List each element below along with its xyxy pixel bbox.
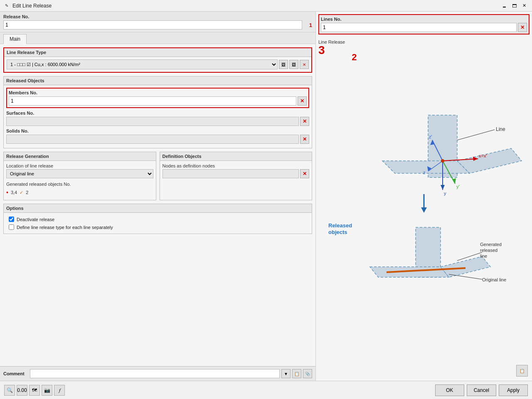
options-label: Options [4,204,312,213]
surfaces-no-group: Surfaces No. ✕ [6,111,309,126]
form-content: Line Release Type 1 - □□□ ☑ | Cu,x : 600… [0,44,315,366]
lrt-select[interactable]: 1 - □□□ ☑ | Cu,x : 6000.000 kN/m² [7,59,278,69]
members-no-group: Members No. ✕ [6,88,309,108]
lower-diagram: Generated released line Original line [370,227,506,282]
generated-count: 2 [26,190,28,195]
z-prime-label: z' [429,134,432,139]
close-button[interactable]: ✕ [520,2,529,10]
z-label: z [423,170,426,175]
y-prime-label: y' [456,184,460,189]
center-dot [441,159,444,163]
generated-line-label2: released [480,248,498,253]
surfaces-no-input[interactable] [6,117,299,126]
comment-input[interactable] [30,369,280,378]
line-release-type-section: Line Release Type 1 - □□□ ☑ | Cu,x : 600… [3,47,312,73]
tab-main[interactable]: Main [3,34,27,44]
decimal-tool-btn[interactable]: 0.00 [17,385,27,396]
members-no-clear[interactable]: ✕ [298,96,307,106]
lrt-btn-2[interactable]: 🖼 [289,60,298,69]
line-release-info: Line Release 3 [318,39,345,56]
comment-extra-btn[interactable]: 📎 [303,369,312,378]
options-section: Options Deactivate release Define line r… [3,204,312,234]
per-line-label: Define line release type for each line s… [17,225,113,230]
release-no-input[interactable] [3,20,302,30]
surfaces-no-label: Surfaces No. [6,111,309,116]
photo-tool-btn[interactable]: 📷 [42,385,52,396]
horizontal-plate-left [382,161,470,173]
title-bar-controls: 🗕 🗖 ✕ [500,2,529,10]
comment-copy-btn[interactable]: 📋 [292,369,301,378]
line-release-header: Line Release 3 2 [318,38,530,66]
release-generation-label: Release Generation [4,152,156,161]
surfaces-no-clear[interactable]: ✕ [300,117,309,126]
nodes-input[interactable] [163,169,299,178]
solids-no-input[interactable] [6,135,299,144]
bottom-right-actions: OK Cancel Apply [435,384,528,396]
map-tool-btn[interactable]: 🗺 [29,385,40,396]
nodes-label: Nodes as definition nodes [163,163,310,168]
released-objects-section: Released Objects Members No. ✕ S [3,76,312,148]
members-no-label: Members No. [9,90,307,95]
two-col-section: Release Generation Location of line rele… [3,152,312,200]
lower-horiz-left [370,267,449,277]
cancel-button[interactable]: Cancel [467,384,496,396]
dot-icon: • [6,189,8,196]
number-2-container: 2 [352,39,357,63]
left-panel: Release No. 1 Main Line Release Type [0,12,316,381]
right-panel: Lines No. ✕ Line Release 3 2 [316,12,532,381]
lrt-btn-3[interactable]: ✕ [300,60,309,69]
solids-no-clear[interactable]: ✕ [300,135,309,144]
formula-tool-btn[interactable]: 𝑓 [54,385,65,396]
release-generation-col: Release Generation Location of line rele… [3,152,156,200]
diagram-svg: z' z x=x' y' y Line Released objects [324,94,524,335]
main-container: Release No. 1 Main Line Release Type [0,12,532,399]
number-3: 3 [318,44,345,56]
nodes-clear[interactable]: ✕ [300,169,309,178]
definition-objects-col: Definition Objects Nodes as definition n… [160,152,313,200]
options-body: Deactivate release Define line release t… [4,213,312,234]
deactivate-checkbox[interactable] [9,217,14,222]
bottom-left-tools: 🔍 0.00 🗺 📷 𝑓 [4,385,65,396]
search-tool-btn[interactable]: 🔍 [4,385,15,396]
nodes-row: ✕ [163,169,310,178]
x-label: x=x' [479,153,487,158]
lrt-btn-1[interactable]: 🖼 [279,60,288,69]
released-objects-body: Members No. ✕ Surfaces No. ✕ [4,85,312,148]
ok-button[interactable]: OK [435,384,464,396]
right-bottom-icons: 📋 [318,363,530,378]
released-objects-text2: objects [328,229,347,235]
line-arrow [457,130,495,140]
apply-button[interactable]: Apply [499,384,528,396]
minimize-button[interactable]: 🗕 [500,2,509,10]
comment-dropdown-btn[interactable]: ▼ [281,369,291,378]
number-2: 2 [352,52,357,63]
location-select[interactable]: Original line [6,169,153,178]
release-no-label: Release No. [3,14,312,19]
definition-objects-body: Nodes as definition nodes ✕ [160,161,312,181]
bottom-toolbar: 🔍 0.00 🗺 📷 𝑓 OK Cancel Apply [0,381,532,399]
generated-line-label: Generated [480,242,502,247]
maximize-button[interactable]: 🗖 [510,2,519,10]
title-bar-left: ✎ Edit Line Release [3,2,52,9]
members-no-row: ✕ [9,96,307,106]
generated-value-row: • 3,4 ✓ 2 [6,187,153,197]
diagram-icon-btn[interactable]: 📋 [516,365,528,377]
surfaces-no-row: ✕ [6,117,309,126]
generated-label: Generated released objects No. [6,182,153,187]
lines-no-input[interactable] [321,23,517,32]
y-prime-arrowhead [452,178,456,184]
released-objects-text: Released [328,222,352,229]
per-line-checkbox[interactable] [9,224,14,230]
solids-no-label: Solids No. [6,128,309,133]
release-no-number: 1 [304,22,312,28]
members-no-input[interactable] [9,96,296,106]
lines-no-clear[interactable]: ✕ [518,23,527,32]
y-label: y [444,191,446,196]
tab-bar: Main [0,32,315,44]
checkbox1-row: Deactivate release [6,215,309,223]
comment-section: Comment ▼ 📋 📎 [0,366,315,381]
orig-label-arrow [449,274,482,279]
solids-no-row: ✕ [6,135,309,144]
definition-objects-label: Definition Objects [160,152,312,161]
checkbox2-row: Define line release type for each line s… [6,223,309,231]
